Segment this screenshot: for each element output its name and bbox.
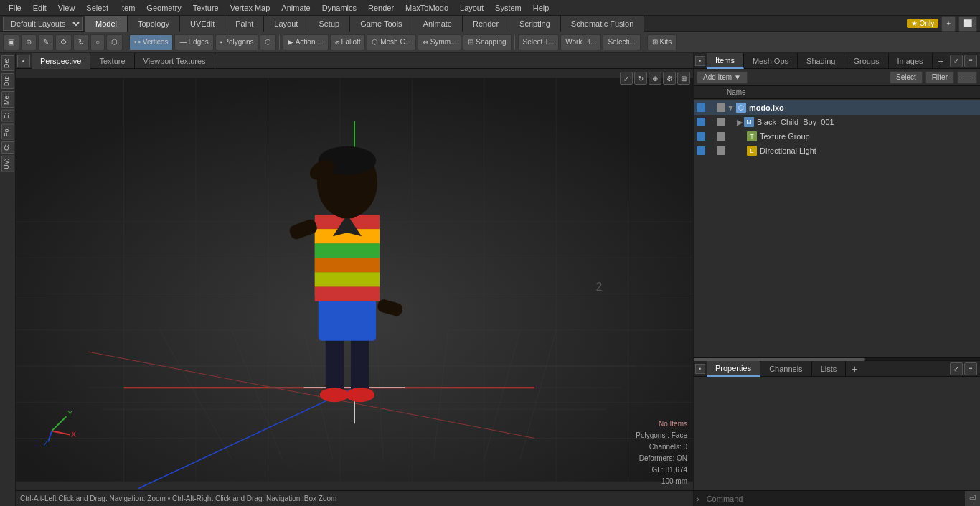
viewport-panel-icon[interactable]: ▪ bbox=[17, 55, 30, 67]
sidebar-tab-c[interactable]: C: bbox=[1, 141, 14, 154]
menu-geometry[interactable]: Geometry bbox=[141, 2, 187, 14]
viewport-tab-perspective[interactable]: Perspective bbox=[32, 53, 90, 69]
menu-maxtomodo[interactable]: MaxToModo bbox=[400, 2, 454, 14]
sidebar-tab-uv[interactable]: UV: bbox=[1, 156, 14, 172]
item-row-texture-group[interactable]: T Texture Group bbox=[694, 129, 980, 144]
layout-tab-render[interactable]: Render bbox=[463, 16, 509, 32]
viewport-rotate-btn[interactable]: ↻ bbox=[634, 72, 647, 85]
toolbar-action-btn[interactable]: ▶ Action ... bbox=[283, 34, 328, 50]
add-item-btn[interactable]: Add Item ▼ bbox=[697, 71, 748, 84]
toolbar-transform-btn[interactable]: ⊕ bbox=[21, 34, 37, 50]
layout-tab-topology[interactable]: Topology bbox=[128, 16, 180, 32]
viewport-canvas[interactable]: 2 Y X Z ⤢ ↻ ⊕ ⚙ ⊞ bbox=[16, 69, 693, 490]
items-scrollbar[interactable] bbox=[694, 357, 980, 360]
panel-tab-lists[interactable]: Lists bbox=[812, 361, 847, 377]
item-row-light[interactable]: L Directional Light bbox=[694, 144, 980, 158]
items-expand-btn[interactable]: ⤢ bbox=[950, 55, 963, 67]
panel-tab-groups[interactable]: Groups bbox=[844, 53, 888, 69]
layout-tab-setup[interactable]: Setup bbox=[308, 16, 350, 32]
item-row-modo-lxo[interactable]: ▼ ⬡ modo.lxo bbox=[694, 100, 980, 115]
panel-tab-images[interactable]: Images bbox=[889, 53, 933, 69]
menu-render[interactable]: Render bbox=[362, 2, 400, 14]
props-expand-btn[interactable]: ⤢ bbox=[950, 362, 963, 375]
layout-tab-model[interactable]: Model bbox=[85, 16, 128, 32]
props-panel-icon[interactable]: ▪ bbox=[695, 364, 705, 374]
items-menu-btn[interactable]: ≡ bbox=[964, 55, 977, 67]
layout-plus-btn[interactable]: + bbox=[941, 16, 956, 32]
items-panel-icon[interactable]: ▪ bbox=[695, 56, 705, 66]
menu-vertex-map[interactable]: Vertex Map bbox=[225, 2, 276, 14]
toolbar-draw-btn[interactable]: ✎ bbox=[38, 34, 54, 50]
viewport-tabs: ▪ Perspective Texture Viewport Textures bbox=[16, 53, 693, 69]
props-menu-btn[interactable]: ≡ bbox=[964, 362, 977, 375]
layout-maximize-btn[interactable]: ⬜ bbox=[958, 16, 977, 32]
layout-tab-uvedit[interactable]: UVEdit bbox=[180, 16, 225, 32]
toolbar-falloff-btn[interactable]: ⌀ Falloff bbox=[330, 34, 366, 50]
item-vis-light[interactable] bbox=[697, 146, 705, 155]
layout-tab-paint[interactable]: Paint bbox=[225, 16, 264, 32]
toolbar-rotate-btn[interactable]: ↻ bbox=[73, 34, 89, 50]
item-arrow-black-child: ▶ bbox=[737, 118, 743, 127]
item-row-black-child[interactable]: ▶ M Black_Child_Boy_001 bbox=[694, 115, 980, 129]
layout-tab-animate[interactable]: Animate bbox=[413, 16, 463, 32]
sidebar-tab-du[interactable]: Du: bbox=[1, 73, 14, 89]
menu-animate[interactable]: Animate bbox=[275, 2, 316, 14]
layout-dropdown[interactable]: Default Layouts bbox=[3, 17, 83, 31]
menu-file[interactable]: File bbox=[3, 2, 27, 14]
sidebar-tab-po[interactable]: Po: bbox=[1, 124, 14, 140]
panel-tab-add[interactable]: + bbox=[933, 54, 950, 68]
toolbar-circle-btn[interactable]: ○ bbox=[90, 34, 105, 50]
item-vis-modo-lxo[interactable] bbox=[697, 103, 705, 112]
menu-texture[interactable]: Texture bbox=[187, 2, 225, 14]
panel-tab-properties[interactable]: Properties bbox=[707, 361, 760, 377]
panel-tab-items[interactable]: Items bbox=[707, 53, 744, 69]
panel-tab-shading[interactable]: Shading bbox=[798, 53, 844, 69]
menu-dynamics[interactable]: Dynamics bbox=[316, 2, 362, 14]
menu-system[interactable]: System bbox=[489, 2, 527, 14]
toolbar-material-btn[interactable]: ⬡ bbox=[260, 34, 276, 50]
filter-items-btn[interactable]: Filter bbox=[925, 71, 954, 84]
layout-tab-layout[interactable]: Layout bbox=[264, 16, 308, 32]
toolbar-shield-btn[interactable]: ⬡ bbox=[106, 34, 123, 50]
layout-tab-schematic[interactable]: Schematic Fusion bbox=[561, 16, 644, 32]
command-input[interactable] bbox=[702, 495, 965, 503]
viewport-zoom-btn[interactable]: ⊕ bbox=[649, 72, 661, 85]
toolbar-edges-btn[interactable]: — Edges bbox=[174, 34, 213, 50]
toolbar-symm-btn[interactable]: ⇔ Symm... bbox=[418, 34, 461, 50]
select-items-btn[interactable]: Select bbox=[890, 71, 923, 84]
viewport-tab-viewport-textures[interactable]: Viewport Textures bbox=[135, 53, 215, 69]
menu-item[interactable]: Item bbox=[114, 2, 141, 14]
sidebar-tab-me[interactable]: Me: bbox=[1, 91, 14, 108]
toolbar-work-plane-btn[interactable]: Work Pl... bbox=[560, 34, 601, 50]
items-settings-btn[interactable]: — bbox=[957, 71, 977, 84]
panel-tab-channels[interactable]: Channels bbox=[760, 361, 811, 377]
viewport-settings-btn[interactable]: ⚙ bbox=[663, 72, 676, 85]
toolbar-select-tool-btn[interactable]: Select T... bbox=[518, 34, 560, 50]
toolbar-snapping-btn[interactable]: ⊞ Snapping bbox=[463, 34, 511, 50]
viewport-area: ▪ Perspective Texture Viewport Textures bbox=[16, 53, 693, 506]
command-submit-btn[interactable]: ⏎ bbox=[965, 491, 980, 507]
toolbar-kits-btn[interactable]: ⊞ Kits bbox=[647, 34, 677, 50]
menu-view[interactable]: View bbox=[52, 2, 81, 14]
menu-layout[interactable]: Layout bbox=[454, 2, 489, 14]
menu-select[interactable]: Select bbox=[80, 2, 114, 14]
sidebar-tab-de[interactable]: De: bbox=[1, 55, 14, 71]
layout-tab-scripting[interactable]: Scripting bbox=[509, 16, 561, 32]
toolbar-select-btn[interactable]: ▣ bbox=[3, 34, 19, 50]
viewport-tab-texture[interactable]: Texture bbox=[90, 53, 134, 69]
sidebar-tab-e[interactable]: E: bbox=[1, 110, 14, 122]
item-vis-texture[interactable] bbox=[697, 132, 705, 141]
props-tab-add[interactable]: + bbox=[846, 362, 863, 376]
toolbar-mesh-btn[interactable]: ⬡ Mesh C... bbox=[367, 34, 416, 50]
menu-help[interactable]: Help bbox=[527, 2, 555, 14]
viewport-move-btn[interactable]: ⤢ bbox=[620, 72, 633, 85]
toolbar-polygons-btn[interactable]: ▪ Polygons bbox=[215, 34, 259, 50]
menu-edit[interactable]: Edit bbox=[27, 2, 52, 14]
toolbar-vertices-btn[interactable]: • • Vertices bbox=[129, 34, 173, 50]
panel-tab-mesh-ops[interactable]: Mesh Ops bbox=[744, 53, 798, 69]
toolbar-snap-btn[interactable]: ⚙ bbox=[55, 34, 72, 50]
item-vis-black-child[interactable] bbox=[697, 118, 705, 126]
layout-tab-game-tools[interactable]: Game Tools bbox=[350, 16, 413, 32]
viewport-expand-btn[interactable]: ⊞ bbox=[677, 72, 690, 85]
toolbar-selecti-btn[interactable]: Selecti... bbox=[603, 34, 640, 50]
